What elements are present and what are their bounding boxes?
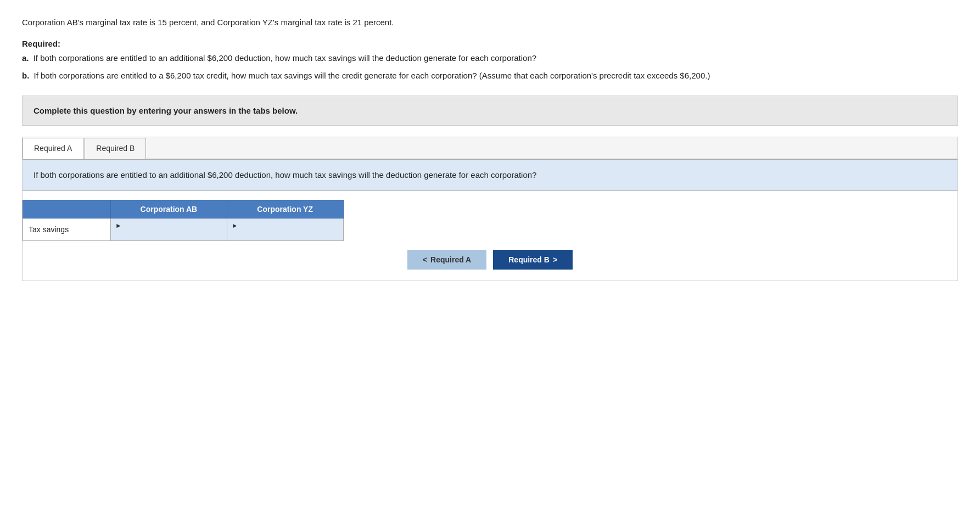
item-b-text: If both corporations are entitled to a $… xyxy=(34,71,710,80)
table-row: Tax savings ► ► xyxy=(23,218,344,240)
corp-ab-input-cell[interactable]: ► xyxy=(111,218,227,240)
required-item-b: b. If both corporations are entitled to … xyxy=(22,69,958,82)
complete-box: Complete this question by entering your … xyxy=(22,96,958,126)
intro-text: Corporation AB's marginal tax rate is 15… xyxy=(22,16,958,29)
corp-ab-input[interactable] xyxy=(115,229,222,238)
triangle-ab-icon: ► xyxy=(115,222,122,229)
item-a-letter: a. xyxy=(22,53,29,63)
prev-icon: < xyxy=(423,255,427,264)
tabs-container: Required A Required B If both corporatio… xyxy=(22,137,958,281)
required-item-a: a. If both corporations are entitled to … xyxy=(22,52,958,65)
tab-required-a[interactable]: Required A xyxy=(23,138,83,159)
tab-content-area: If both corporations are entitled to an … xyxy=(23,160,957,191)
answer-table: Corporation AB Corporation YZ Tax saving… xyxy=(23,200,344,241)
next-button[interactable]: Required B > xyxy=(493,250,573,270)
answer-table-wrapper: Corporation AB Corporation YZ Tax saving… xyxy=(23,200,957,241)
next-label: Required B xyxy=(508,255,550,264)
prev-label: Required A xyxy=(430,255,471,264)
required-label: Required: xyxy=(22,39,958,48)
next-icon: > xyxy=(553,255,557,264)
table-header-empty xyxy=(23,200,111,218)
required-section: Required: a. If both corporations are en… xyxy=(22,39,958,82)
table-header-corp-ab: Corporation AB xyxy=(111,200,227,218)
corp-yz-input[interactable] xyxy=(232,229,339,238)
tax-savings-label: Tax savings xyxy=(23,218,111,240)
table-header-row: Corporation AB Corporation YZ xyxy=(23,200,344,218)
nav-buttons: < Required A Required B > xyxy=(23,250,957,281)
corp-yz-input-cell[interactable]: ► xyxy=(227,218,343,240)
required-list: a. If both corporations are entitled to … xyxy=(22,52,958,82)
complete-box-text: Complete this question by entering your … xyxy=(33,106,298,115)
item-a-text: If both corporations are entitled to an … xyxy=(33,53,536,63)
triangle-yz-icon: ► xyxy=(232,222,238,229)
table-header-corp-yz: Corporation YZ xyxy=(227,200,343,218)
tab-required-b[interactable]: Required B xyxy=(85,138,146,159)
tab-question-text: If both corporations are entitled to an … xyxy=(33,169,947,182)
tab-row: Required A Required B xyxy=(23,137,957,160)
prev-button[interactable]: < Required A xyxy=(407,250,486,270)
item-b-letter: b. xyxy=(22,71,29,80)
